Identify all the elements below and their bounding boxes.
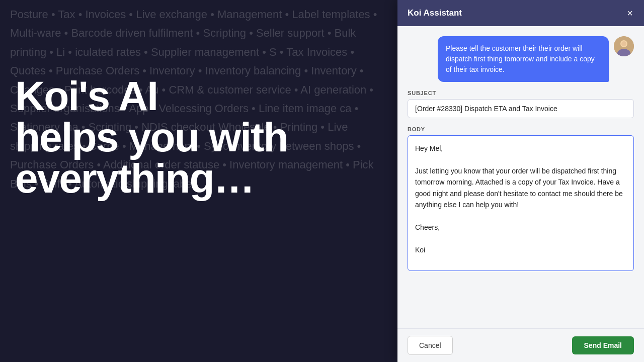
body-label: BODY (408, 126, 634, 132)
avatar (614, 36, 634, 56)
close-button[interactable]: × (626, 8, 634, 18)
subject-input[interactable] (408, 99, 634, 118)
hero-line3: everything… (15, 158, 392, 199)
body-field-group: BODY Hey Mel, Just letting you know that… (408, 126, 634, 271)
hero-text: Koi's AI helps you with everything… (15, 75, 392, 199)
panel-footer: Cancel Send Email (397, 328, 644, 362)
svg-point-3 (621, 41, 626, 46)
cancel-button[interactable]: Cancel (408, 336, 453, 355)
hero-line1: Koi's AI (15, 75, 392, 117)
body-textarea[interactable]: Hey Mel, Just letting you know that your… (408, 135, 634, 271)
chat-message-row: Please tell the customer their their ord… (408, 36, 634, 82)
panel-title: Koi Assistant (408, 8, 462, 18)
chat-bubble: Please tell the customer their their ord… (438, 36, 609, 82)
subject-field-group: SUBJECT (408, 90, 634, 118)
send-email-button[interactable]: Send Email (572, 336, 634, 354)
koi-assistant-panel: Koi Assistant × Please tell the customer… (397, 0, 644, 362)
hero-line2: helps you with (15, 117, 392, 158)
subject-label: SUBJECT (408, 90, 634, 96)
chat-message-text: Please tell the customer their their ord… (446, 44, 595, 73)
panel-body: Please tell the customer their their ord… (397, 26, 644, 328)
panel-header: Koi Assistant × (397, 0, 644, 26)
